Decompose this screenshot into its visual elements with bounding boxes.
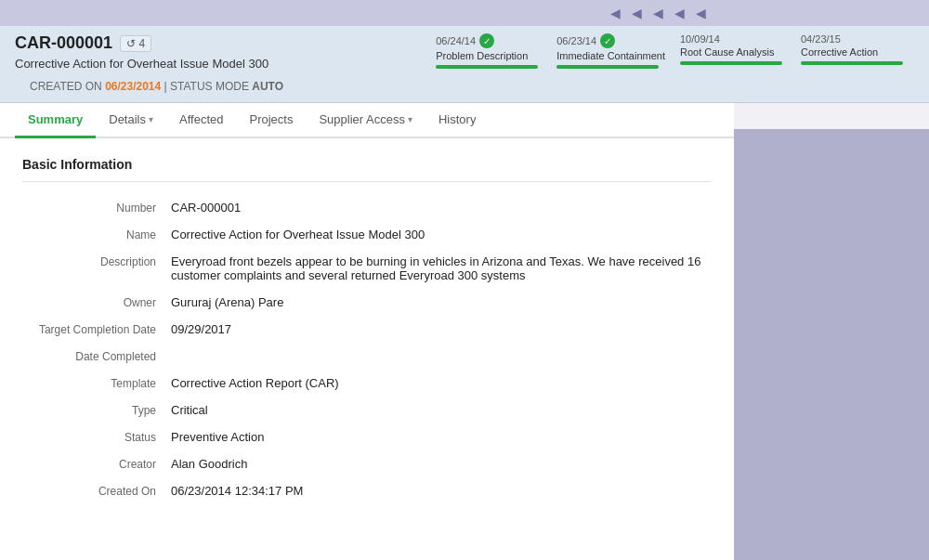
info-row-owner: Owner Gururaj (Arena) Pare [22,295,712,309]
info-row-description: Description Everyroad front bezels appea… [22,254,712,282]
tab-history-label: History [438,112,476,126]
header-left: CAR-000001 ↺ 4 Corrective Action for Ove… [15,33,268,71]
tab-summary-label: Summary [28,112,83,126]
nav-arrow-1[interactable]: ◀ [610,6,621,20]
car-title: Corrective Action for Overheat Issue Mod… [15,57,268,71]
content-area: Basic Information Number CAR-000001 Name… [0,138,734,560]
step-label-2: Immediate Containment [556,50,665,61]
page-layout: Summary Details ▾ Affected Projects Supp… [0,103,929,560]
step-date-3: 10/09/14 [680,33,720,45]
label-created-on: Created On [22,484,171,498]
step-bar-2 [556,65,659,69]
value-target-date: 09/29/2017 [171,322,712,336]
tab-affected[interactable]: Affected [166,103,236,138]
workflow-step-4[interactable]: 04/23/15 Corrective Action [793,33,914,65]
info-row-date-completed: Date Completed [22,349,712,363]
nav-arrow-2[interactable]: ◀ [632,6,642,20]
value-name: Corrective Action for Overheat Issue Mod… [171,228,712,241]
label-type: Type [22,403,171,417]
chevron-down-icon: ▾ [149,114,153,124]
status-label: | STATUS MODE [164,80,249,93]
step-date-2: 06/23/14 [556,35,596,46]
tab-affected-label: Affected [179,112,223,126]
info-row-creator: Creator Alan Goodrich [22,457,712,471]
step-date-1: 06/24/14 [436,35,476,46]
step-check-1: ✓ [479,33,494,48]
label-owner: Owner [22,295,171,309]
label-template: Template [22,376,171,390]
step-bar-4 [801,61,903,65]
info-row-status: Status Preventive Action [22,430,712,444]
app-wrapper: ◀ ◀ ◀ ◀ ◀ CAR-000001 ↺ 4 Corrective Acti… [0,0,929,560]
value-creator: Alan Goodrich [171,457,712,471]
workflow-step-1[interactable]: 06/24/14 ✓ Problem Description [428,33,549,69]
label-target-date: Target Completion Date [22,322,171,336]
tab-projects[interactable]: Projects [236,103,306,138]
workflow-steps: 06/24/14 ✓ Problem Description 06/23/14 … [268,33,914,69]
label-date-completed: Date Completed [22,349,171,363]
tab-projects-label: Projects [249,112,293,126]
tab-details-label: Details [109,112,146,126]
created-label: CREATED ON [30,80,102,93]
nav-arrow-4[interactable]: ◀ [674,6,685,20]
status-value: AUTO [252,80,283,93]
nav-arrow-5[interactable]: ◀ [696,6,706,20]
info-row-name: Name Corrective Action for Overheat Issu… [22,228,712,241]
created-date: 06/23/2014 [105,80,161,93]
value-created-on: 06/23/2014 12:34:17 PM [171,484,712,498]
value-template: Corrective Action Report (CAR) [171,376,712,390]
car-id: CAR-000001 [15,33,112,53]
step-check-2: ✓ [600,33,615,48]
label-name: Name [22,228,171,241]
value-number: CAR-000001 [171,201,712,215]
right-panel [734,129,929,560]
step-date-4: 04/23/15 [801,33,841,45]
tab-history[interactable]: History [425,103,489,138]
info-row-type: Type Critical [22,403,712,417]
top-nav-arrows: ◀ ◀ ◀ ◀ ◀ [0,0,929,26]
value-description: Everyroad front bezels appear to be burn… [171,254,712,282]
tab-supplier-access[interactable]: Supplier Access ▾ [306,103,425,138]
tab-details[interactable]: Details ▾ [96,103,166,138]
value-status: Preventive Action [171,430,712,444]
section-title: Basic Information [22,157,712,182]
basic-info-table: Number CAR-000001 Name Corrective Action… [22,201,712,498]
info-row-created-on: Created On 06/23/2014 12:34:17 PM [22,484,712,498]
step-label-1: Problem Description [436,50,528,61]
info-row-template: Template Corrective Action Report (CAR) [22,376,712,390]
value-type: Critical [171,403,712,417]
tab-supplier-access-label: Supplier Access [319,112,405,126]
workflow-step-2[interactable]: 06/23/14 ✓ Immediate Containment [549,33,673,69]
label-status: Status [22,430,171,444]
refresh-badge[interactable]: ↺ 4 [120,35,151,52]
tab-summary[interactable]: Summary [15,103,96,138]
info-row-target-date: Target Completion Date 09/29/2017 [22,322,712,336]
step-bar-1 [436,65,538,69]
tabs-nav: Summary Details ▾ Affected Projects Supp… [0,103,734,138]
step-label-3: Root Cause Analysis [680,46,775,58]
info-row-number: Number CAR-000001 [22,201,712,215]
label-number: Number [22,201,171,215]
label-description: Description [22,254,171,268]
chevron-down-icon-2: ▾ [408,114,412,124]
nav-arrow-3[interactable]: ◀ [653,6,663,20]
page-header: CAR-000001 ↺ 4 Corrective Action for Ove… [0,26,929,103]
value-owner: Gururaj (Arena) Pare [171,295,712,309]
main-panel: Summary Details ▾ Affected Projects Supp… [0,103,734,560]
step-bar-3 [680,61,782,65]
step-label-4: Corrective Action [801,46,878,58]
label-creator: Creator [22,457,171,471]
created-row: CREATED ON 06/23/2014 | STATUS MODE AUTO [15,71,914,102]
workflow-step-3[interactable]: 10/09/14 Root Cause Analysis [673,33,793,65]
